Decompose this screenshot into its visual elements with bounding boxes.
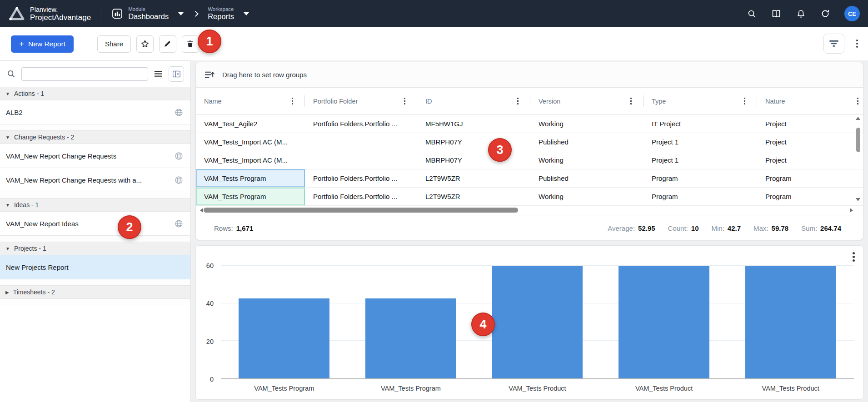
brand-logo[interactable]: Planview. ProjectAdvantage [8, 5, 91, 22]
column-menu-kebab-icon[interactable] [292, 100, 294, 102]
table-row[interactable]: VAM_Tests_Import AC (M...MBRPH07YWorking… [196, 151, 863, 169]
pencil-icon [163, 40, 172, 48]
module-dashboards-menu[interactable]: Module Dashboards [111, 6, 184, 21]
table-cell[interactable]: Project 1 [644, 133, 757, 151]
table-cell[interactable]: MBRPH07Y [417, 133, 530, 151]
table-cell[interactable]: Portfolio Folders.Portfolio ... [305, 188, 417, 205]
table-cell[interactable]: MBRPH07Y [417, 151, 530, 169]
table-cell[interactable]: Program [757, 188, 863, 205]
sidebar-section-label: Actions - 1 [14, 90, 44, 97]
table-row[interactable]: VAM_Tests ProgramPortfolio Folders.Portf… [196, 169, 863, 188]
table-cell[interactable]: Project 1 [644, 151, 757, 169]
table-cell[interactable]: VAM_Test_Agile2 [196, 115, 305, 133]
y-tick-label: 60 [206, 262, 214, 269]
table-row[interactable]: VAM_Tests_Import AC (M...MBRPH07YPublish… [196, 133, 863, 151]
column-header-nature[interactable]: Nature [757, 88, 863, 114]
table-cell[interactable]: L2T9W5ZR [417, 169, 530, 187]
menu-icon[interactable] [154, 69, 163, 79]
sidebar-section-label: Ideas - 1 [14, 201, 39, 208]
sidebar-item[interactable]: New Projects Report [0, 255, 190, 279]
column-menu-kebab-icon[interactable] [404, 100, 406, 102]
table-cell[interactable]: Working [530, 115, 644, 133]
table-cell[interactable]: MF5HW1GJ [417, 115, 530, 133]
table-cell[interactable]: VAM_Tests Program [196, 169, 305, 187]
table-cell[interactable]: Working [530, 188, 644, 205]
new-report-button[interactable]: + New Report [11, 35, 74, 53]
sidebar-section-header[interactable]: ▼Ideas - 1 [0, 198, 190, 212]
sidebar-item[interactable]: VAM_New Report Change Requests with a... [0, 168, 190, 192]
column-header-version[interactable]: Version [530, 88, 644, 114]
book-icon[interactable] [771, 8, 782, 19]
vertical-scroll-thumb[interactable] [856, 128, 860, 152]
column-header-label: Nature [765, 98, 785, 105]
sidebar-gap [0, 124, 190, 130]
table-row[interactable]: VAM_Tests ProgramPortfolio Folders.Portf… [196, 188, 863, 206]
column-menu-kebab-icon[interactable] [744, 100, 746, 102]
table-cell[interactable]: VAM_Tests_Import AC (M... [196, 151, 305, 169]
table-cell[interactable]: Project [757, 115, 863, 133]
user-avatar[interactable]: CE [844, 6, 860, 21]
refresh-icon[interactable] [820, 8, 831, 19]
table-cell[interactable]: Published [530, 133, 644, 151]
table-cell[interactable]: Portfolio Folders.Portfolio ... [305, 115, 417, 133]
sidebar-section-header[interactable]: ▼Change Requests - 2 [0, 130, 190, 144]
sidebar-section-header[interactable]: ▶Timesheets - 2 [0, 285, 190, 299]
vertical-scrollbar[interactable] [855, 116, 862, 207]
bell-icon[interactable] [795, 8, 806, 19]
table-cell[interactable]: Program [644, 169, 757, 187]
horizontal-scrollbar[interactable] [196, 206, 863, 215]
sidebar-section-header[interactable]: ▼Projects - 1 [0, 242, 190, 255]
sidebar-section-header[interactable]: ▼Actions - 1 [0, 87, 190, 100]
table-cell[interactable]: VAM_Tests Program [196, 188, 305, 205]
scroll-down-icon[interactable] [856, 198, 860, 201]
table-cell[interactable]: Project [757, 133, 863, 151]
column-header-name[interactable]: Name [196, 88, 305, 114]
x-category-label: VAM_Tests Program [348, 385, 474, 392]
table-cell[interactable] [305, 133, 417, 151]
table-cell[interactable]: Working [530, 151, 644, 169]
table-cell[interactable]: L2T9W5ZR [417, 188, 530, 205]
column-header-id[interactable]: ID [417, 88, 530, 114]
chart-menu-kebab-icon[interactable] [853, 256, 855, 258]
sidebar-gap [0, 299, 190, 305]
filter-button[interactable] [823, 34, 844, 54]
star-icon [140, 39, 150, 49]
annotation-badge-2: 2 [118, 215, 141, 239]
table-cell[interactable]: IT Project [644, 115, 757, 133]
table-cell[interactable]: VAM_Tests_Import AC (M... [196, 133, 305, 151]
table-row[interactable]: VAM_Test_Agile2Portfolio Folders.Portfol… [196, 115, 863, 133]
search-icon[interactable] [746, 8, 757, 19]
sidebar-search-input[interactable] [21, 67, 148, 81]
toolbar-kebab-icon[interactable] [856, 43, 858, 45]
workspace-reports-menu[interactable]: Workspace Reports [208, 6, 249, 21]
table-cell[interactable]: Published [530, 169, 644, 187]
collapse-panel-button[interactable] [169, 66, 184, 82]
sidebar-item[interactable]: VAM_New Report Ideas [0, 212, 190, 236]
chevron-down-icon[interactable] [178, 12, 184, 15]
column-header-portfolio-folder[interactable]: Portfolio Folder [305, 88, 417, 114]
delete-button[interactable] [182, 35, 199, 53]
row-group-dropzone[interactable]: Drag here to set row groups [196, 62, 863, 88]
edit-button[interactable] [159, 35, 176, 53]
horizontal-scroll-thumb[interactable] [204, 208, 518, 213]
scroll-up-icon[interactable] [856, 117, 860, 120]
scroll-right-icon[interactable] [850, 208, 853, 213]
x-category-label: VAM_Tests Program [221, 385, 348, 392]
scroll-left-icon[interactable] [200, 208, 203, 213]
share-button[interactable]: Share [97, 35, 131, 53]
column-menu-kebab-icon[interactable] [630, 100, 632, 102]
favorite-button[interactable] [136, 35, 154, 53]
table-cell[interactable]: Program [644, 188, 757, 205]
column-header-type[interactable]: Type [644, 88, 757, 114]
table-cell[interactable]: Program [757, 169, 863, 187]
x-axis-labels: VAM_Tests ProgramVAM_Tests ProgramVAM_Te… [221, 385, 854, 392]
column-menu-kebab-icon[interactable] [857, 100, 859, 102]
column-menu-kebab-icon[interactable] [517, 100, 519, 102]
table-cell[interactable]: Project [757, 151, 863, 169]
sidebar-item[interactable]: VAM_New Report Change Requests [0, 144, 190, 168]
chevron-down-icon[interactable] [244, 12, 249, 15]
table-cell[interactable] [305, 151, 417, 169]
chevron-down-icon: ▼ [5, 135, 10, 140]
table-cell[interactable]: Portfolio Folders.Portfolio ... [305, 169, 417, 187]
sidebar-item[interactable]: ALB2 [0, 100, 190, 124]
